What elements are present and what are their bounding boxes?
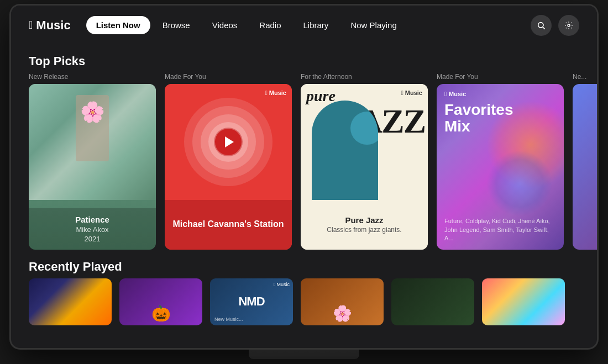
patience-info: Patience Mike Akox 2021: [29, 208, 156, 250]
patience-category: New Release: [29, 73, 156, 81]
favorites-artists: Future, Coldplay, Kid Cudi, Jhené Aiko, …: [444, 217, 556, 242]
jazz-info: Pure Jazz Classics from jazz giants.: [301, 200, 428, 250]
svg-point-0: [538, 22, 543, 27]
apple-icon: : [29, 19, 33, 31]
jazz-title: Pure Jazz: [345, 215, 383, 225]
jazz-head-illustration: [312, 101, 378, 200]
settings-icon: [564, 21, 573, 30]
recently-played-title: Recently Played: [29, 260, 579, 274]
station-badge-text: Music: [269, 89, 286, 96]
card-partial-container: Ne...: [573, 73, 597, 250]
recent-3-apple-icon: : [274, 282, 275, 287]
favorites-apple-badge:  Music: [444, 91, 556, 97]
patience-artwork: [29, 84, 156, 200]
search-button[interactable]: [531, 15, 552, 36]
jazz-pure-text: pure: [306, 88, 336, 104]
station-apple-icon: : [265, 89, 268, 96]
svg-line-1: [543, 27, 545, 29]
card-patience-container: New Release Patience Mike Akox 2021: [29, 73, 156, 250]
settings-button[interactable]: [558, 15, 579, 36]
top-picks-cards: New Release Patience Mike Akox 2021: [29, 73, 579, 250]
play-icon: [225, 136, 234, 147]
top-picks-section: Top Picks New Release Patience Mike Akox…: [29, 54, 579, 250]
station-category: Made For You: [165, 73, 292, 81]
card-favorites[interactable]:  Music Favorites Mix Future, Coldplay, …: [437, 84, 564, 250]
recent-card-1[interactable]: [29, 278, 112, 325]
patience-title: Patience: [36, 215, 148, 224]
jazz-apple-icon: : [401, 89, 403, 96]
favorites-main-title: Favorites: [444, 101, 513, 118]
card-jazz[interactable]:  Music pure JAZZ Pure Jazz Classics fro…: [301, 84, 428, 250]
station-title: Michael Cavanna's Station: [172, 219, 284, 230]
jazz-badge-text: Music: [405, 89, 422, 96]
card-jazz-container: For the Afternoon  Music pure JAZZ: [301, 73, 428, 250]
recent-card-3[interactable]:  Music NMD New Music...: [210, 278, 293, 325]
nav-item-radio[interactable]: Radio: [249, 16, 291, 34]
patience-year: 2021: [36, 235, 148, 243]
svg-point-2: [568, 24, 570, 27]
favorites-category: Made For You: [437, 73, 564, 81]
station-info: Michael Cavanna's Station: [165, 200, 292, 250]
main-content: Top Picks New Release Patience Mike Akox…: [11, 45, 597, 348]
nav-bar: Listen Now Browse Videos Radio Library N…: [86, 16, 531, 34]
nav-item-listen-now[interactable]: Listen Now: [86, 16, 150, 34]
nav-item-browse[interactable]: Browse: [153, 16, 200, 34]
station-apple-badge:  Music: [265, 89, 286, 96]
nav-item-videos[interactable]: Videos: [202, 16, 248, 34]
tv-stand: [249, 348, 359, 359]
favorites-title: Favorites Mix: [444, 102, 556, 218]
top-picks-title: Top Picks: [29, 54, 579, 68]
card-station-container: Made For You  Music: [165, 73, 292, 250]
station-artwork:  Music: [165, 84, 292, 200]
recently-played-section: Recently Played  Music NMD New Music...: [29, 260, 579, 325]
jazz-artwork:  Music pure JAZZ: [301, 84, 428, 200]
nav-item-library[interactable]: Library: [293, 16, 339, 34]
recent-3-label: New Music...: [214, 316, 243, 322]
header:  Music Listen Now Browse Videos Radio L…: [11, 6, 597, 45]
card-patience[interactable]: Patience Mike Akox 2021: [29, 84, 156, 250]
recent-card-6[interactable]: [482, 278, 565, 325]
recent-3-badge:  Music: [274, 282, 290, 287]
recent-card-4[interactable]: [301, 278, 384, 325]
search-icon: [537, 21, 546, 30]
tv-frame:  Music Listen Now Browse Videos Radio L…: [11, 6, 597, 348]
nav-icons: [531, 15, 579, 36]
patience-artist: Mike Akox: [36, 225, 148, 234]
recent-card-2[interactable]: [119, 278, 202, 325]
partial-category: Ne...: [573, 73, 597, 81]
card-partial[interactable]: [573, 84, 597, 250]
card-favorites-container: Made For You  Music: [437, 73, 564, 250]
recent-card-5[interactable]: [391, 278, 474, 325]
recent-3-text: NMD: [238, 294, 264, 309]
nav-item-now-playing[interactable]: Now Playing: [340, 16, 406, 34]
app-logo:  Music: [29, 18, 71, 33]
favorites-mix-label: Mix: [444, 118, 470, 135]
card-station[interactable]:  Music: [165, 84, 292, 250]
recent-3-badge-text: Music: [276, 282, 290, 287]
favorites-content:  Music Favorites Mix Future, Coldplay, …: [437, 84, 564, 250]
fav-apple-icon: : [444, 91, 447, 97]
jazz-subtitle: Classics from jazz giants.: [327, 226, 401, 234]
station-circles: [184, 98, 272, 186]
recently-played-cards:  Music NMD New Music...: [29, 278, 579, 325]
jazz-apple-badge:  Music: [401, 89, 422, 96]
app-name: Music: [36, 18, 70, 33]
fav-badge-text: Music: [449, 91, 466, 97]
play-button[interactable]: [214, 128, 243, 156]
jazz-category: For the Afternoon: [301, 73, 428, 81]
